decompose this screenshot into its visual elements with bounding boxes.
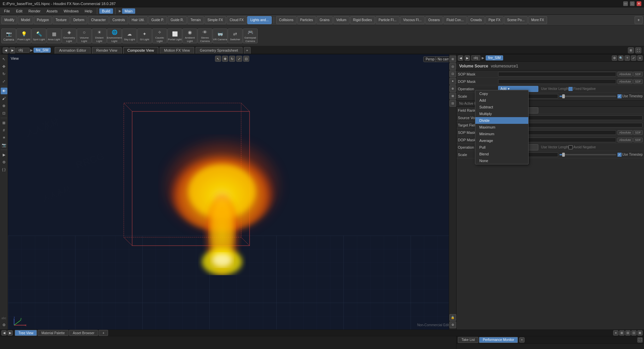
sopmask1-sdf-tag[interactable]: SDF <box>633 72 643 77</box>
sopmask2-sdf-tag[interactable]: SDF <box>633 130 643 135</box>
fluidcon-btn[interactable]: Fluid Con... <box>443 16 467 24</box>
bottom-icon-5[interactable]: ⊠ <box>637 330 643 336</box>
tab-motion-fx[interactable]: Motion FX View <box>160 47 194 54</box>
dopmask2-absolute-tag[interactable]: Absolute <box>618 138 633 142</box>
vp-tool-lock[interactable]: 🔒 <box>449 314 456 321</box>
shelf-envlight[interactable]: 🌐 Environment Light <box>107 29 122 43</box>
terrain-btn[interactable]: Terrain <box>187 16 204 24</box>
nav-forward[interactable]: ▶ <box>9 47 15 53</box>
pipefx-btn[interactable]: Pipe FX <box>485 16 503 24</box>
tab-composite-view[interactable]: Composite View <box>123 47 158 54</box>
dropdown-option-maximum[interactable]: Maximum <box>475 124 528 131</box>
shelf-vrcam[interactable]: 🥽 VR Camera <box>213 29 227 43</box>
hairutil-btn[interactable]: Hair Util. <box>129 16 148 24</box>
morefx-btn[interactable]: More FX <box>528 16 547 24</box>
texture-btn[interactable]: Texture <box>53 16 70 24</box>
firesim-path[interactable]: fire_SIM <box>34 48 51 53</box>
dropdown-option-copy[interactable]: Copy <box>475 90 528 97</box>
tab-performance-monitor[interactable]: Performance Monitor <box>479 337 518 343</box>
operation1-avoid-negative[interactable] <box>569 87 573 91</box>
viewport-split-icon[interactable]: ⊞ <box>628 47 634 53</box>
vp-tool-5[interactable]: ⊕ <box>449 85 456 92</box>
particlefi-btn[interactable]: Particle FI... <box>376 16 399 24</box>
toolbar1-plus[interactable]: + <box>635 16 643 24</box>
shelf-volumelight[interactable]: ○ Volume Light <box>77 29 92 43</box>
tab-add-bottom[interactable]: + <box>99 330 108 336</box>
tool-view[interactable]: 👁 <box>1 88 7 94</box>
dropdown-option-subtract[interactable]: Subtract <box>475 104 528 110</box>
scale2-timestep-check[interactable]: ✓ <box>618 153 622 157</box>
tool-camera2[interactable]: 📷 <box>1 142 7 148</box>
scale1-slider[interactable] <box>559 96 616 97</box>
menu-main[interactable]: Main <box>122 8 136 14</box>
lightsand-btn[interactable]: Lights and... <box>247 16 271 24</box>
tab-material-palette[interactable]: Material Palette <box>38 330 68 336</box>
props-settings-icon[interactable]: ≡ <box>637 55 643 61</box>
close-button[interactable]: ✕ <box>637 1 641 6</box>
dropdown-option-average[interactable]: Average <box>475 137 528 144</box>
guider-btn[interactable]: Guide R. <box>168 16 187 24</box>
controls-btn[interactable]: Controls <box>109 16 128 24</box>
viscousfi-btn[interactable]: Viscous FI... <box>400 16 425 24</box>
guidep-btn[interactable]: Guide P. <box>148 16 167 24</box>
vellum-btn[interactable]: Vellum <box>333 16 350 24</box>
menu-assets[interactable]: Assets <box>44 8 60 14</box>
menu-windows[interactable]: Windows <box>61 8 82 14</box>
operation2-avoid-neg[interactable] <box>569 145 573 149</box>
bottom-back[interactable]: ◀ <box>1 330 7 336</box>
shelf-switcher[interactable]: ⇄ Switcher <box>228 29 243 43</box>
modify-btn[interactable]: Modify <box>1 16 17 24</box>
tool-snap[interactable]: ⊠ <box>1 119 7 126</box>
vp-tool-7[interactable]: ⊟ <box>449 100 456 107</box>
shelf-pointlight[interactable]: 💡 Point Light <box>16 29 31 43</box>
scale1-timestep-check[interactable]: ✓ <box>618 94 622 98</box>
bottom-forward[interactable]: ▶ <box>7 330 13 336</box>
simplefx-btn[interactable]: Simple FX <box>205 16 226 24</box>
dropdown-option-divide[interactable]: Divide <box>475 117 528 124</box>
props-search-icon[interactable]: 🔍 <box>618 55 624 61</box>
tool-select[interactable]: ↖ <box>1 56 7 62</box>
dopmask1-absolute-tag[interactable]: Absolute <box>618 79 633 84</box>
deform-btn[interactable]: Deform <box>70 16 88 24</box>
menu-build[interactable]: Build <box>99 8 113 14</box>
sopmask2-absolute-tag[interactable]: Absolute <box>618 130 633 135</box>
dropdown-option-pull[interactable]: Pull <box>475 144 528 151</box>
shelf-stereocam[interactable]: 👁 Stereo Camera <box>198 29 212 43</box>
scenepo-btn[interactable]: Scene Po... <box>504 16 528 24</box>
bottom-icon-2[interactable]: ⊞ <box>619 330 625 336</box>
bottom-right-plus[interactable]: + <box>519 337 525 343</box>
shelf-skylight[interactable]: ☁ Sky Light <box>122 29 137 43</box>
dropdown-option-multiply[interactable]: Multiply <box>475 110 528 117</box>
dropdown-option-none[interactable]: None <box>475 157 528 164</box>
tool-grid[interactable]: # <box>1 127 7 134</box>
nav-back[interactable]: ◀ <box>3 47 9 53</box>
vp-tool-6[interactable]: ⊠ <box>449 93 456 99</box>
minimize-button[interactable]: — <box>623 1 628 6</box>
shelf-portallight[interactable]: ⬜ Portal Light <box>167 29 182 43</box>
cloudfx-btn[interactable]: Cloud FX <box>227 16 247 24</box>
props-expand-icon[interactable]: ⤢ <box>631 55 636 61</box>
tab-add[interactable]: + <box>244 47 251 54</box>
shelf-gamepad[interactable]: 🎮 Gamepad Camera <box>243 29 258 43</box>
vp-select-icon[interactable]: ↖ <box>215 56 221 62</box>
vp-tool-4[interactable]: ✦ <box>449 78 456 85</box>
tab-tree-view[interactable]: Tree View <box>15 330 37 336</box>
tool-pose[interactable]: ⊕ <box>1 102 7 109</box>
shelf-distantlight[interactable]: ☀ Distant Light <box>92 29 107 43</box>
maximize-button[interactable]: □ <box>630 1 635 6</box>
collisions-btn[interactable]: Collisions <box>276 16 297 24</box>
model-btn[interactable]: Model <box>18 16 33 24</box>
shelf-gllight[interactable]: ✦ Gl Light <box>137 29 152 43</box>
bottom-icon-4[interactable]: ⊡ <box>631 330 637 336</box>
dopmask2-sdf-tag[interactable]: SDF <box>633 138 643 142</box>
props-firesim-path[interactable]: fire_SIM <box>486 55 503 60</box>
tool-settings[interactable]: ⚙ <box>1 321 7 328</box>
bottom-right-icon-expand[interactable]: ⛶ <box>637 337 643 343</box>
props-back[interactable]: ◀ <box>458 55 463 61</box>
sopmask1-input[interactable] <box>498 72 616 77</box>
tab-animation-editor[interactable]: Animation Editor <box>55 47 91 54</box>
tool-handle[interactable]: ⊡ <box>1 110 7 116</box>
tab-take-list[interactable]: Take List <box>458 337 478 343</box>
tool-sim[interactable]: ⚙ <box>1 159 7 165</box>
props-gear-icon[interactable]: ⚙ <box>612 55 617 61</box>
